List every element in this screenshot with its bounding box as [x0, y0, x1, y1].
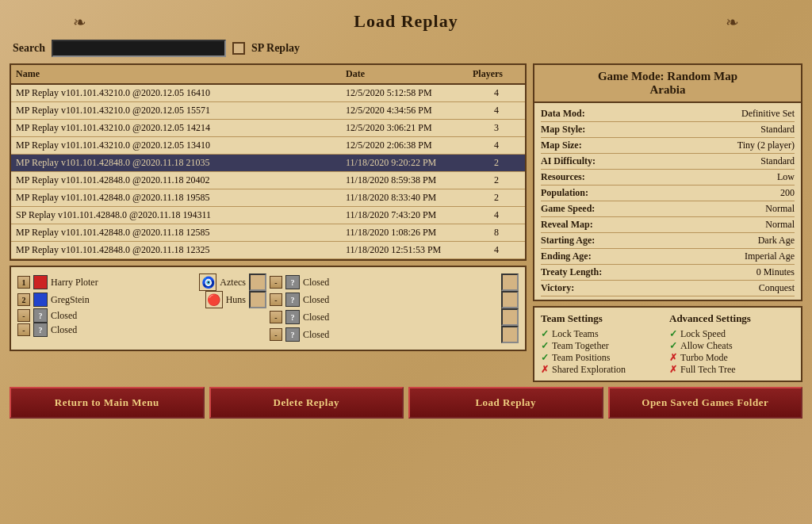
col-name: Name	[16, 68, 346, 80]
color-swatch[interactable]	[501, 326, 519, 343]
player-row-left-2: - ? Closed	[17, 308, 266, 323]
advanced-setting-item: ✓ Allow Cheats	[669, 340, 795, 352]
advanced-setting-item: ✗ Full Tech Tree	[669, 364, 795, 376]
table-row[interactable]: MP Replay v101.101.42848.0 @2020.11.18 1…	[11, 189, 525, 207]
player-name: GregStein	[51, 294, 202, 306]
color-swatch[interactable]	[501, 308, 519, 326]
row-name: MP Replay v101.101.42848.0 @2020.11.18 1…	[16, 227, 346, 239]
info-label: Population:	[541, 187, 628, 199]
civ-name: Aztecs	[220, 277, 246, 289]
minus-btn[interactable]: -	[270, 311, 282, 323]
row-date: 11/18/2020 12:51:53 PM	[346, 244, 473, 256]
table-row[interactable]: MP Replay v101.101.43210.0 @2020.12.05 1…	[11, 137, 525, 155]
row-date: 11/18/2020 8:33:40 PM	[346, 192, 473, 204]
search-bar: Search SP Replay	[10, 38, 802, 59]
civ-name: Huns	[226, 294, 246, 306]
info-value: Standard	[760, 124, 795, 136]
info-row: Map Style: Standard	[541, 122, 795, 138]
advanced-setting-item: ✗ Turbo Mode	[669, 352, 795, 364]
open-folder-button[interactable]: Open Saved Games Folder	[608, 387, 803, 419]
color-swatch[interactable]	[249, 273, 266, 291]
table-header: Name Date Players	[11, 65, 525, 85]
team-setting-item: ✓ Team Together	[541, 340, 666, 352]
row-date: 11/18/2020 9:20:22 PM	[346, 157, 473, 169]
info-value: Conquest	[759, 282, 795, 294]
row-date: 12/5/2020 4:34:56 PM	[346, 105, 473, 117]
advanced-settings-col: Advanced Settings ✓ Lock Speed ✓ Allow C…	[669, 312, 795, 376]
color-swatch[interactable]	[249, 291, 266, 308]
info-row: Map Size: Tiny (2 player)	[541, 138, 795, 154]
player-name: Closed	[303, 312, 498, 323]
color-swatch[interactable]	[501, 273, 519, 291]
color-swatch[interactable]	[501, 291, 519, 308]
table-row[interactable]: MP Replay v101.101.42848.0 @2020.11.18 2…	[11, 172, 525, 189]
col-players: Players	[473, 68, 520, 80]
row-players: 2	[473, 192, 520, 204]
info-value: Low	[777, 171, 795, 183]
replay-rows: MP Replay v101.101.43210.0 @2020.12.05 1…	[11, 85, 525, 259]
settings-panel: Team Settings ✓ Lock Teams ✓ Team Togeth…	[533, 306, 802, 382]
minus-btn[interactable]: -	[270, 293, 282, 306]
delete-button[interactable]: Delete Replay	[209, 387, 404, 419]
setting-check: ✗	[669, 352, 677, 364]
minus-btn[interactable]: -	[17, 323, 30, 336]
col-date: Date	[346, 68, 473, 80]
advanced-setting-item: ✓ Lock Speed	[669, 328, 795, 340]
row-players: 4	[473, 105, 520, 117]
setting-check: ✓	[541, 340, 549, 352]
player-name: Closed	[51, 324, 266, 336]
setting-check: ✓	[541, 328, 549, 340]
minus-btn[interactable]: -	[270, 328, 282, 341]
info-label: Ending Age:	[541, 251, 628, 262]
team-setting-item: ✓ Lock Teams	[541, 328, 666, 340]
row-date: 11/18/2020 1:08:26 PM	[346, 227, 473, 239]
setting-check: ✓	[541, 352, 549, 364]
table-row[interactable]: MP Replay v101.101.42848.0 @2020.11.18 1…	[11, 224, 525, 242]
info-label: Data Mod:	[541, 108, 628, 120]
info-value: 200	[780, 187, 795, 199]
info-row: Game Speed: Normal	[541, 201, 795, 217]
search-label: Search	[13, 42, 45, 55]
advanced-settings-items: ✓ Lock Speed ✓ Allow Cheats ✗ Turbo Mode…	[669, 328, 795, 376]
info-row: Resources: Low	[541, 170, 795, 186]
replay-table: Name Date Players MP Replay v101.101.432…	[10, 63, 527, 261]
player-color: ?	[33, 308, 48, 323]
load-button[interactable]: Load Replay	[408, 387, 603, 419]
table-row[interactable]: MP Replay v101.101.43210.0 @2020.12.05 1…	[11, 102, 525, 120]
table-row[interactable]: MP Replay v101.101.42848.0 @2020.11.18 1…	[11, 242, 525, 259]
minus-btn[interactable]: -	[17, 309, 30, 322]
player-name: Closed	[303, 277, 498, 289]
info-value: Normal	[765, 219, 795, 231]
info-label: Map Size:	[541, 140, 628, 151]
info-label: Resources:	[541, 171, 628, 183]
setting-label: Lock Teams	[552, 328, 599, 340]
info-label: AI Difficulty:	[541, 155, 628, 167]
info-row: Reveal Map: Normal	[541, 217, 795, 233]
info-row: Victory: Conquest	[541, 281, 795, 296]
info-row: Ending Age: Imperial Age	[541, 249, 795, 265]
row-date: 11/18/2020 8:59:38 PM	[346, 174, 473, 186]
search-input[interactable]	[52, 40, 226, 57]
player-name: Closed	[303, 329, 498, 341]
player-row-right-2: - ? Closed	[270, 308, 519, 326]
setting-label: Team Positions	[552, 352, 611, 364]
bottom-buttons: Return to Main Menu Delete Replay Load R…	[10, 387, 802, 419]
players-panel: 1 Harry Ploter 🧿 Aztecs 2 GregStein 🔴 Hu…	[10, 266, 527, 351]
table-row[interactable]: MP Replay v101.101.43210.0 @2020.12.05 1…	[11, 120, 525, 137]
info-value: Normal	[765, 203, 795, 215]
minus-btn[interactable]: -	[270, 276, 282, 289]
player-row-right-3: - ? Closed	[270, 326, 519, 343]
table-row[interactable]: MP Replay v101.101.42848.0 @2020.11.18 2…	[11, 155, 525, 172]
row-players: 2	[473, 157, 520, 169]
row-name: MP Replay v101.101.42848.0 @2020.11.18 1…	[16, 192, 346, 204]
row-players: 4	[473, 209, 520, 221]
return-button[interactable]: Return to Main Menu	[10, 387, 205, 419]
table-row[interactable]: SP Replay v101.101.42848.0 @2020.11.18 1…	[11, 207, 525, 224]
table-row[interactable]: MP Replay v101.101.43210.0 @2020.12.05 1…	[11, 85, 525, 102]
player-color: ?	[33, 323, 48, 337]
team-settings-header: Team Settings	[541, 312, 666, 325]
minus-btn[interactable]: 1	[17, 276, 30, 289]
row-name: MP Replay v101.101.43210.0 @2020.12.05 1…	[16, 122, 346, 134]
minus-btn[interactable]: 2	[17, 293, 30, 306]
sp-replay-checkbox[interactable]	[232, 42, 245, 55]
